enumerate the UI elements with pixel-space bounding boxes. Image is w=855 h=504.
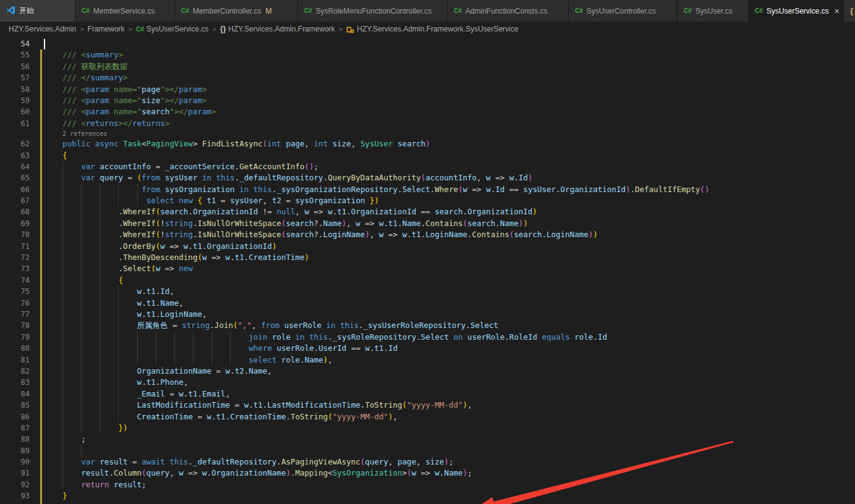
tab-membercontroller-cs[interactable]: C#MemberController.csM [175, 0, 298, 22]
tab--[interactable]: { [844, 0, 855, 22]
indent-guide [174, 343, 175, 354]
breadcrumb-item[interactable]: C#SysUserService.cs [136, 25, 208, 33]
tab-memberservice-cs[interactable]: C#MemberService.cs [75, 0, 175, 22]
breadcrumb-label: SysUserService.cs [147, 25, 209, 33]
code-line-80[interactable]: 80where userRole.UserId == w.t1.Id [0, 343, 855, 354]
code-line-77[interactable]: 77w.t1.LoginName, [0, 309, 855, 320]
breadcrumb-separator: > [80, 25, 83, 33]
indent-guide [81, 355, 82, 366]
tab-sysuser-cs[interactable]: C#SysUser.cs [678, 0, 749, 22]
indent-guide [118, 309, 119, 320]
tab-sysrolemenufunctioncontroller-cs[interactable]: C#SysRoleMenuFunctionController.cs [298, 0, 448, 22]
indent-guide [100, 422, 100, 434]
tab-label: SysUserController.cs [587, 7, 656, 15]
code-line-68[interactable]: 68.WhereIf(search.OrganizationId != null… [0, 206, 855, 217]
code-line-61[interactable]: 61/// <returns></returns> [0, 118, 855, 129]
code-text: result.Column(query, w => w.Organization… [0, 468, 855, 479]
indent-guide [118, 343, 119, 354]
code-line-58[interactable]: 58/// <param name="page"></param> [0, 84, 855, 95]
breadcrumb-separator: > [213, 25, 216, 33]
code-line-85[interactable]: 85LastModificationTime = w.t1.LastModifi… [0, 400, 855, 411]
code-line-76[interactable]: 76w.t1.Name, [0, 298, 855, 309]
close-tab-icon[interactable]: × [834, 7, 839, 15]
code-line-79[interactable]: 79join role in this._sysRoleRepository.S… [0, 332, 855, 343]
indent-guide [100, 400, 100, 411]
code-line-62[interactable]: 62public async Task<PagingView> FindList… [0, 138, 855, 149]
code-line-55[interactable]: 55/// <summary> [0, 49, 855, 61]
code-text: var query = (from sysUser in this._defau… [0, 172, 855, 183]
code-line-87[interactable]: 87}) [0, 422, 855, 434]
code-line-69[interactable]: 69.WhereIf(!string.IsNullOrWhiteSpace(se… [0, 218, 855, 229]
code-line-86[interactable]: 86CreationTime = w.t1.CreationTime.ToStr… [0, 411, 855, 422]
line-number: 79 [0, 332, 30, 343]
code-line-60[interactable]: 60/// <param name="search"></param> [0, 106, 855, 117]
code-text: /// 获取列表数据 [0, 61, 855, 72]
breadcrumb-item[interactable]: Framework [88, 25, 125, 33]
code-line-63[interactable]: 63{ [0, 150, 855, 161]
code-line-88[interactable]: 88; [0, 434, 855, 445]
line-number: 60 [0, 106, 30, 117]
indent-guide [81, 309, 82, 320]
code-line-72[interactable]: 72.ThenByDescending(w => w.t1.CreationTi… [0, 252, 855, 263]
code-line-59[interactable]: 59/// <param name="size"></param> [0, 95, 855, 106]
code-line-57[interactable]: 57/// </summary> [0, 72, 855, 83]
line-number: 77 [0, 309, 30, 320]
code-line-91[interactable]: 91result.Column(query, w => w.Organizati… [0, 468, 855, 479]
line-number: 93 [0, 490, 30, 502]
code-line-54[interactable]: 54 [0, 38, 855, 49]
code-line-75[interactable]: 75w.t1.Id, [0, 286, 855, 297]
indent-guide [81, 388, 82, 400]
code-text: return result; [0, 479, 855, 490]
line-number: 76 [0, 298, 30, 309]
code-line-84[interactable]: 84_Email = w.t1.Email, [0, 388, 855, 400]
code-line-70[interactable]: 70.WhereIf(!string.IsNullOrWhiteSpace(se… [0, 229, 855, 240]
code-line-74[interactable]: 74{ [0, 275, 855, 286]
tab-sysusercontroller-cs[interactable]: C#SysUserController.cs [569, 0, 678, 22]
code-editor[interactable]: 5455/// <summary>56/// 获取列表数据57/// </sum… [0, 36, 855, 504]
indent-guide [100, 275, 100, 286]
code-text: w.t1.Name, [0, 298, 855, 309]
line-number: 92 [0, 479, 30, 490]
code-text: }) [0, 422, 855, 434]
tab-sysuserservice-cs[interactable]: C#SysUserService.cs× [749, 0, 844, 22]
breadcrumb-item[interactable]: HZY.Services.Admin [9, 25, 76, 33]
code-text: OrganizationName = w.t2.Name, [0, 366, 855, 377]
line-number: 57 [0, 72, 30, 83]
code-line-66[interactable]: 66from sysOrganization in this._sysOrgan… [0, 184, 855, 195]
indent-guide [81, 229, 82, 240]
indent-guide [100, 388, 100, 400]
breadcrumb-item[interactable]: HZY.Services.Admin.Framework.SysUserServ… [346, 25, 518, 33]
tab-adminfunctionconsts-cs[interactable]: C#AdminFunctionConsts.cs [448, 0, 569, 22]
code-line-67[interactable]: 67select new { t1 = sysUser, t2 = sysOrg… [0, 195, 855, 206]
code-line-83[interactable]: 83w.t1.Phone, [0, 377, 855, 388]
code-line-71[interactable]: 71.OrderBy(w => w.t1.OrganizationId) [0, 241, 855, 252]
code-line-56[interactable]: 56/// 获取列表数据 [0, 61, 855, 72]
code-line-81[interactable]: 81select role.Name), [0, 355, 855, 366]
code-line-73[interactable]: 73.Select(w => new [0, 263, 855, 274]
indent-guide [156, 332, 156, 343]
csharp-file-icon: C# [454, 7, 462, 14]
code-text: .ThenByDescending(w => w.t1.CreationTime… [0, 252, 855, 263]
code-line-89[interactable]: 89 [0, 445, 855, 456]
code-line-78[interactable]: 78所属角色 = string.Join(",", from userRole … [0, 320, 855, 331]
code-line-92[interactable]: 92return result; [0, 479, 855, 490]
tab-开始[interactable]: 开始 [0, 0, 75, 22]
breadcrumb-item[interactable]: {}HZY.Services.Admin.Framework [220, 25, 335, 33]
code-line-82[interactable]: 82OrganizationName = w.t2.Name, [0, 366, 855, 377]
code-text: /// <summary> [0, 49, 855, 61]
code-text: var accountInfo = _accountService.GetAcc… [0, 161, 855, 172]
code-text: public async Task<PagingView> FindListAs… [0, 138, 855, 149]
line-number: 66 [0, 184, 30, 195]
git-modified-badge: M [266, 7, 272, 15]
indent-guide [62, 252, 63, 263]
code-text: ; [0, 434, 855, 445]
code-line-90[interactable]: 90var result = await this._defaultReposi… [0, 456, 855, 468]
codelens-references[interactable]: 2 references [0, 129, 855, 138]
indent-guide [118, 332, 119, 343]
indent-guide [100, 218, 100, 229]
code-line-64[interactable]: 64var accountInfo = _accountService.GetA… [0, 161, 855, 172]
code-line-93[interactable]: 93} [0, 490, 855, 502]
code-line-65[interactable]: 65var query = (from sysUser in this._def… [0, 172, 855, 183]
indent-guide [100, 343, 100, 354]
line-number: 59 [0, 95, 30, 106]
